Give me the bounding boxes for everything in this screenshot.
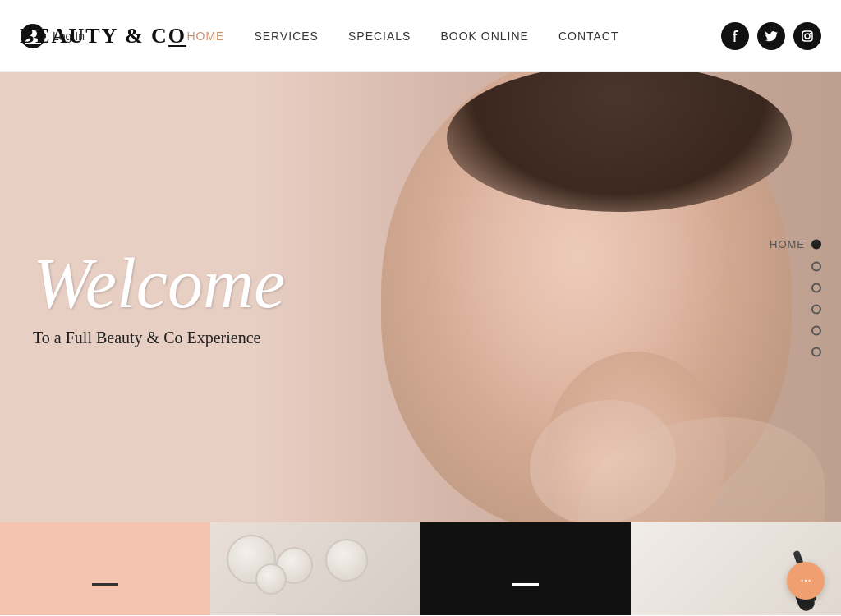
nav-contact[interactable]: CONTACT bbox=[558, 30, 619, 43]
hero-content: Welcome To a Full Beauty & Co Experience bbox=[33, 248, 285, 347]
main-nav: HOME SERVICES SPECIALS BOOK ONLINE CONTA… bbox=[186, 30, 618, 43]
side-dot-6[interactable] bbox=[811, 347, 821, 357]
stone-3 bbox=[325, 539, 368, 582]
facebook-icon[interactable] bbox=[721, 22, 749, 50]
nav-book-online[interactable]: BOOK ONLINE bbox=[440, 30, 528, 43]
hero-welcome-text: Welcome bbox=[33, 248, 285, 319]
bottom-strip bbox=[0, 522, 841, 615]
hero-subtitle: To a Full Beauty & Co Experience bbox=[33, 329, 285, 347]
side-dot-3[interactable] bbox=[811, 283, 821, 293]
side-nav-home[interactable]: HOME bbox=[770, 238, 821, 251]
stone-4 bbox=[255, 563, 287, 595]
side-nav-dot-2[interactable] bbox=[811, 262, 821, 272]
side-navigation: HOME bbox=[770, 238, 821, 357]
side-dot-2[interactable] bbox=[811, 262, 821, 272]
svg-point-4 bbox=[810, 32, 811, 34]
strip-cell-3[interactable] bbox=[420, 522, 631, 615]
side-nav-dot-3[interactable] bbox=[811, 283, 821, 293]
strip-dash-1 bbox=[92, 583, 118, 586]
strip-cell-1[interactable] bbox=[0, 522, 210, 615]
side-dot-1[interactable] bbox=[811, 239, 821, 249]
logo[interactable]: BEAUTY & Co bbox=[20, 24, 186, 48]
instagram-icon[interactable] bbox=[793, 22, 821, 50]
side-nav-dot-6[interactable] bbox=[811, 347, 821, 357]
svg-point-3 bbox=[805, 34, 810, 39]
side-dot-5[interactable] bbox=[811, 326, 821, 336]
social-icons bbox=[721, 22, 821, 50]
strip-dash-3 bbox=[512, 583, 539, 586]
chat-bubble-button[interactable]: ··· bbox=[787, 562, 825, 600]
nav-specials[interactable]: SPECIALS bbox=[348, 30, 411, 43]
nav-services[interactable]: SERVICES bbox=[254, 30, 319, 43]
strip-cell-2[interactable] bbox=[210, 522, 420, 615]
logo-co: o bbox=[168, 24, 186, 48]
hero-image bbox=[266, 72, 841, 522]
side-nav-dot-5[interactable] bbox=[811, 326, 821, 336]
hero-section: Welcome To a Full Beauty & Co Experience… bbox=[0, 72, 841, 522]
twitter-icon[interactable] bbox=[757, 22, 785, 50]
side-nav-dot-4[interactable] bbox=[811, 305, 821, 315]
side-dot-4[interactable] bbox=[811, 305, 821, 315]
logo-text: BEAUTY & Co bbox=[20, 24, 186, 48]
svg-rect-2 bbox=[802, 31, 812, 41]
nav-home[interactable]: HOME bbox=[186, 30, 224, 43]
site-header: Log In HOME SERVICES SPECIALS BOOK ONLIN… bbox=[0, 0, 841, 72]
chat-icon: ··· bbox=[800, 572, 811, 590]
side-nav-label: HOME bbox=[770, 238, 805, 251]
